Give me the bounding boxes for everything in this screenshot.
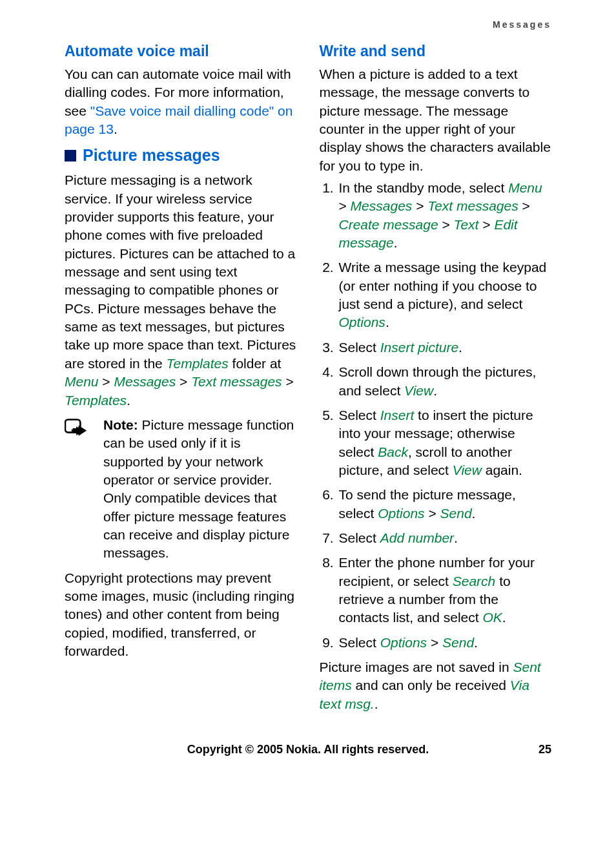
menu-item: OK <box>482 610 502 625</box>
list-item: To send the picture message, select Opti… <box>338 486 552 523</box>
text: Picture messaging is a network service. … <box>65 172 296 370</box>
text: . <box>454 530 458 545</box>
menu-item: Options <box>380 635 427 650</box>
menu-item: Send <box>442 635 474 650</box>
footer-page-number: 25 <box>513 743 551 756</box>
para-write-intro: When a picture is added to a text messag… <box>320 65 552 175</box>
text: Select <box>339 340 380 355</box>
note-body: Note: Picture message function can be us… <box>103 416 297 563</box>
menu-item: Back <box>378 444 408 459</box>
list-item: Select Options > Send. <box>338 634 552 652</box>
menu-item: Options <box>339 315 385 329</box>
heading-text: Picture messages <box>83 146 220 165</box>
menu-sep: > <box>438 217 454 232</box>
steps-list: In the standby mode, select Menu > Messa… <box>320 179 552 652</box>
menu-text-messages: Text messages <box>191 374 282 389</box>
text: . <box>474 635 478 650</box>
note-box: Note: Picture message function can be us… <box>65 416 297 563</box>
note-text: Picture message function can be used onl… <box>103 417 294 560</box>
list-item: In the standby mode, select Menu > Messa… <box>338 179 552 252</box>
para-copyright-protection: Copyright protections may prevent some i… <box>65 569 297 661</box>
menu-item: Insert <box>380 408 415 422</box>
text: In the standby mode, select <box>339 180 509 195</box>
left-column: Automate voice mail You can can automate… <box>65 36 297 717</box>
menu-sep: > <box>176 374 191 389</box>
menu-item: Add number <box>380 530 454 545</box>
text: Picture images are not saved in <box>320 660 513 674</box>
menu-templates2: Templates <box>65 393 127 408</box>
text: . <box>394 235 398 250</box>
para-picture-saved: Picture images are not saved in Sent ite… <box>320 658 552 713</box>
text: folder at <box>229 356 282 371</box>
menu-sep: > <box>518 198 530 213</box>
heading-automate-voice-mail: Automate voice mail <box>65 43 297 60</box>
menu-item: View <box>453 463 482 477</box>
list-item: Scroll down through the pictures, and se… <box>338 363 552 400</box>
right-column: Write and send When a picture is added t… <box>320 36 552 717</box>
menu-sep: > <box>425 506 440 521</box>
list-item: Select Add number. <box>338 529 552 547</box>
text: Select <box>339 408 380 422</box>
menu-sep: > <box>427 635 442 650</box>
heading-write-and-send: Write and send <box>320 43 552 60</box>
menu-sep: > <box>282 374 294 389</box>
note-arrow-icon <box>65 419 88 438</box>
link-save-voice-mail[interactable]: "Save voice mail dialling code" on page … <box>65 103 293 136</box>
text: Write a message using the keypad (or ent… <box>339 260 547 311</box>
note-label: Note: <box>103 417 142 432</box>
menu-item: Send <box>440 506 472 521</box>
menu-sep: > <box>339 198 351 213</box>
list-item: Select Insert to insert the picture into… <box>338 406 552 479</box>
text: . <box>433 383 437 398</box>
menu-item: View <box>404 383 433 398</box>
menu-item: Text messages <box>427 198 518 213</box>
text: . <box>127 393 130 408</box>
text: Select <box>339 530 380 545</box>
menu-sep: > <box>412 198 427 213</box>
list-item: Select Insert picture. <box>338 338 552 357</box>
menu-item: Insert picture <box>380 340 458 355</box>
text: . <box>114 121 118 136</box>
text: Select <box>339 635 380 650</box>
svg-marker-2 <box>73 425 87 435</box>
text: and can only be received <box>352 678 510 693</box>
list-item: Enter the phone number for your recipien… <box>338 554 552 627</box>
text: Scroll down through the pictures, and se… <box>339 364 537 397</box>
section-bullet-icon <box>65 150 76 161</box>
page-header-section: Messages <box>65 19 551 30</box>
menu-item: Messages <box>351 198 413 213</box>
heading-picture-messages: Picture messages <box>65 146 297 165</box>
text: . <box>375 696 378 711</box>
menu-sep: > <box>99 374 114 389</box>
menu-templates: Templates <box>167 356 229 371</box>
para-automate-intro: You can can automate voice mail with dia… <box>65 65 297 138</box>
menu-item: Create message <box>339 217 438 232</box>
menu-messages: Messages <box>114 374 176 389</box>
footer-copyright: Copyright © 2005 Nokia. All rights reser… <box>103 743 513 756</box>
menu-menu: Menu <box>65 374 99 389</box>
menu-item: Menu <box>508 180 542 195</box>
text: . <box>385 315 389 329</box>
text: again. <box>482 463 522 477</box>
text: . <box>502 610 506 625</box>
menu-item: Options <box>378 506 424 521</box>
text: . <box>472 506 476 521</box>
para-picture-messaging: Picture messaging is a network service. … <box>65 171 297 409</box>
menu-item: Search <box>453 574 496 588</box>
text: . <box>458 340 462 355</box>
menu-item: Text <box>454 217 479 232</box>
page-footer: Copyright © 2005 Nokia. All rights reser… <box>65 743 551 763</box>
list-item: Write a message using the keypad (or ent… <box>338 258 552 331</box>
menu-sep: > <box>478 217 494 232</box>
